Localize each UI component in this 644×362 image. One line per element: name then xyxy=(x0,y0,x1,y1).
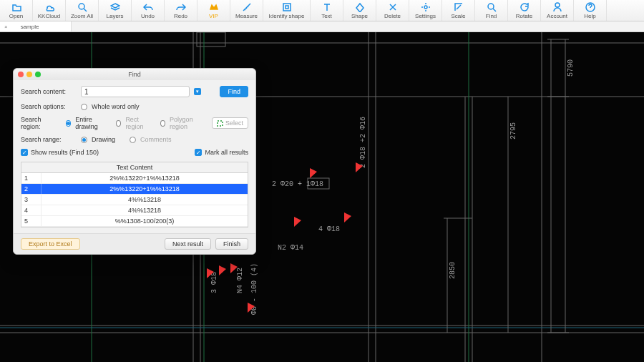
finish-button[interactable]: Finish xyxy=(215,238,248,250)
tool-text[interactable]: Text xyxy=(311,0,343,21)
tab-title: sample xyxy=(21,24,39,30)
range-comments-radio[interactable] xyxy=(130,137,136,143)
search-content-input[interactable] xyxy=(81,86,190,97)
tool-label: Layers xyxy=(106,13,123,19)
tool-zoom-all[interactable]: Zoom All xyxy=(66,0,99,21)
layers-icon xyxy=(110,2,120,12)
vip-icon xyxy=(209,2,219,12)
window-controls xyxy=(14,72,41,77)
scale-icon xyxy=(454,2,464,12)
tool-rotate[interactable]: Rotate xyxy=(508,0,541,21)
tool-label: Text xyxy=(321,13,332,19)
tool-delete[interactable]: Delete xyxy=(376,0,409,21)
tool-undo[interactable]: Undo xyxy=(132,0,165,21)
search-region-label: Search region: xyxy=(21,116,62,130)
tool-scale[interactable]: Scale xyxy=(442,0,475,21)
search-options-label: Search options: xyxy=(21,103,77,110)
results-table: Text Content 12%%13220+1%%1321822%%13220… xyxy=(21,162,248,228)
next-result-button[interactable]: Next result xyxy=(165,238,211,250)
tool-open[interactable]: Open xyxy=(0,0,33,21)
table-row[interactable]: 5%%1308-100/200(3) xyxy=(21,216,248,227)
tool-help[interactable]: Help xyxy=(574,0,607,21)
find-icon xyxy=(487,2,497,12)
tool-account[interactable]: Account xyxy=(541,0,574,21)
entire-drawing-label: Entire drawing xyxy=(75,116,105,130)
tool-shape[interactable]: Shape xyxy=(343,0,376,21)
range-drawing-radio[interactable] xyxy=(81,137,87,143)
table-row[interactable]: 34%%13218 xyxy=(21,195,248,205)
range-drawing-label: Drawing xyxy=(92,136,115,143)
minimize-icon[interactable] xyxy=(26,72,32,77)
cad-dimension: 2795 xyxy=(509,122,517,140)
tool-layers[interactable]: Layers xyxy=(99,0,132,21)
row-text: %%1308-100/200(3) xyxy=(42,216,248,226)
show-results-checkbox[interactable]: ✓ xyxy=(21,149,28,156)
zoom-icon[interactable] xyxy=(35,72,41,77)
row-text: 2%%13220+1%%13218 xyxy=(42,173,248,183)
tool-settings[interactable]: Settings xyxy=(409,0,442,21)
search-range-label: Search range: xyxy=(21,136,77,143)
table-row[interactable]: 22%%13220+1%%13218 xyxy=(21,184,248,195)
row-text: 4%%13218 xyxy=(42,205,248,215)
identify-shape-icon xyxy=(282,2,292,12)
settings-icon xyxy=(421,2,431,12)
tool-redo[interactable]: Redo xyxy=(165,0,197,21)
polygon-region-radio[interactable] xyxy=(160,120,165,127)
row-number: 4 xyxy=(21,205,42,215)
entire-drawing-radio[interactable] xyxy=(66,120,71,127)
tool-label: Rotate xyxy=(516,13,533,19)
cad-label: 2 Φ18 +2 Φ16 xyxy=(359,117,367,168)
tool-find[interactable]: Find xyxy=(475,0,508,21)
find-dialog: Find Search content: ▾ Find Search optio… xyxy=(13,68,256,255)
dialog-titlebar[interactable]: Find xyxy=(14,69,255,80)
tool-measure[interactable]: Measure xyxy=(230,0,263,21)
tool-label: VIP xyxy=(209,13,218,19)
main-toolbar: OpenKKCloudZoom AllLayersUndoRedoVIPMeas… xyxy=(0,0,644,21)
tool-label: Zoom All xyxy=(71,13,93,19)
tool-label: Open xyxy=(9,13,24,19)
row-text: 4%%13218 xyxy=(42,195,248,205)
tool-label: Redo xyxy=(174,13,187,19)
mark-all-checkbox[interactable]: ✓ xyxy=(195,149,202,156)
rect-region-radio[interactable] xyxy=(116,120,121,127)
table-header: Text Content xyxy=(21,162,248,173)
table-row[interactable]: 12%%13220+1%%13218 xyxy=(21,173,248,184)
select-region-button[interactable]: Select xyxy=(212,117,248,129)
select-icon xyxy=(217,120,223,127)
find-button[interactable]: Find xyxy=(220,86,248,97)
whole-word-label: Whole word only xyxy=(92,103,140,110)
dropdown-icon[interactable]: ▾ xyxy=(194,88,201,95)
svg-rect-12 xyxy=(197,32,225,47)
zoom-all-icon xyxy=(77,2,87,12)
undo-icon xyxy=(143,2,153,12)
dialog-title: Find xyxy=(14,71,255,78)
rect-region-label: Rect region xyxy=(125,116,150,130)
row-number: 2 xyxy=(21,184,42,194)
tool-kkcloud[interactable]: KKCloud xyxy=(33,0,66,21)
search-content-label: Search content: xyxy=(21,88,77,95)
delete-icon xyxy=(388,2,398,12)
text-icon xyxy=(322,2,332,12)
cad-label: 4 Φ18 xyxy=(318,225,340,233)
whole-word-radio[interactable] xyxy=(81,104,87,110)
cad-label: 3 Φ18 xyxy=(210,272,218,293)
tab-close-icon[interactable]: × xyxy=(4,24,8,30)
row-number: 3 xyxy=(21,195,42,205)
table-row[interactable]: 44%%13218 xyxy=(21,205,248,216)
show-results-label: Show results (Find 150) xyxy=(31,149,99,156)
cad-dimension: 5790 xyxy=(567,59,575,77)
mark-all-label: Mark all results xyxy=(205,149,248,156)
tool-identify-shape[interactable]: Identify shape xyxy=(263,0,311,21)
tool-label: Identify shape xyxy=(269,13,305,19)
row-text: 2%%13220+1%%13218 xyxy=(42,184,248,194)
document-tab[interactable]: × sample xyxy=(0,21,72,31)
shape-icon xyxy=(355,2,365,12)
cad-dimension: 2850 xyxy=(449,262,457,279)
tab-strip: × sample xyxy=(0,21,644,32)
account-icon xyxy=(552,2,562,12)
export-excel-button[interactable]: Export to Excel xyxy=(21,238,80,250)
cad-label: 2 Φ20 + 1Φ18 xyxy=(272,180,323,188)
kkcloud-icon xyxy=(44,2,54,12)
close-icon[interactable] xyxy=(18,72,24,77)
tool-vip[interactable]: VIP xyxy=(197,0,230,21)
